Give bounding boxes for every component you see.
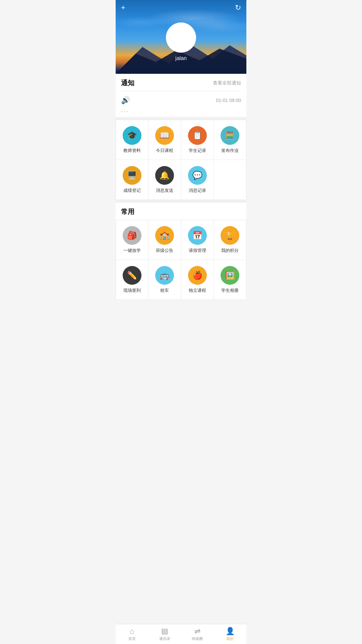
notification-title: 通知 [121,78,134,88]
today-course-label: 今日课程 [156,148,173,154]
grid-item-teacher-profile[interactable]: 🎓教师资料 [116,120,148,160]
grid-item-grade-entry[interactable]: 🖥️成绩登记 [116,160,148,200]
avatar[interactable] [166,22,196,53]
publish-homework-icon: 🧮 [221,126,239,145]
today-course-icon: 📖 [155,126,174,145]
message-record-icon: 💬 [188,166,207,185]
view-all-notifications[interactable]: 查看全部通知 [213,80,241,86]
grid-item-one-click-dismiss[interactable]: 🎒一键放学 [116,220,148,260]
grid-item-my-points[interactable]: 🏆我的积分 [214,220,246,260]
add-button[interactable]: + [121,4,125,11]
grid-item-on-site-checkin[interactable]: ✏️现场签到 [116,260,148,300]
my-points-icon: 🏆 [221,226,239,245]
student-record-icon: 📋 [188,126,207,145]
grid-item-send-message[interactable]: 🔔消息发送 [148,160,181,200]
leave-management-label: 请假管理 [189,248,206,254]
notification-header: 通知 查看全部通知 [121,74,241,91]
student-album-label: 学生相册 [221,287,239,293]
notification-section: 通知 查看全部通知 🔊 01-01 08:00 ... [116,74,246,117]
divider-1 [116,117,246,120]
divider-2 [116,200,246,203]
grid-item-message-record[interactable]: 💬消息记录 [181,160,214,200]
grid-item-publish-homework[interactable]: 🧮发布作业 [214,120,246,160]
on-site-checkin-label: 现场签到 [123,287,141,293]
my-points-label: 我的积分 [221,248,239,254]
grid-item-leave-management[interactable]: 📅请假管理 [181,220,214,260]
grid-item-empty [214,160,246,200]
independent-course-label: 独立课程 [189,287,206,293]
grid-item-student-album[interactable]: 🖼️学生相册 [214,260,246,300]
send-message-icon: 🔔 [155,166,174,185]
common-grid: 🎒一键放学🏫班级公告📅请假管理🏆我的积分✏️现场签到🚌校车🍎独立课程🖼️学生相册 [116,220,246,300]
on-site-checkin-icon: ✏️ [123,266,141,285]
common-section-title: 常用 [121,208,134,215]
refresh-button[interactable]: ↻ [235,4,241,11]
send-message-label: 消息发送 [156,187,173,194]
school-bus-icon: 🚌 [155,266,174,285]
publish-homework-label: 发布作业 [221,148,239,154]
username: jalan [175,55,187,61]
banner-top-bar: + ↻ [116,4,246,11]
sound-icon: 🔊 [121,96,130,105]
grid-item-school-bus[interactable]: 🚌校车 [148,260,181,300]
notification-dots: ... [121,107,241,114]
profile-banner: + ↻ jalan [116,0,246,74]
grid-item-today-course[interactable]: 📖今日课程 [148,120,181,160]
school-bus-label: 校车 [160,287,169,293]
leave-management-icon: 📅 [188,226,207,245]
grid-item-independent-course[interactable]: 🍎独立课程 [181,260,214,300]
grid-item-class-announcement[interactable]: 🏫班级公告 [148,220,181,260]
grade-entry-icon: 🖥️ [123,166,141,185]
main-grid: 🎓教师资料📖今日课程📋学生记录🧮发布作业🖥️成绩登记🔔消息发送💬消息记录 [116,120,246,200]
common-section-header: 常用 [116,203,246,220]
teacher-profile-icon: 🎓 [123,126,141,145]
class-announcement-icon: 🏫 [155,226,174,245]
one-click-dismiss-icon: 🎒 [123,226,141,245]
one-click-dismiss-label: 一键放学 [123,248,141,254]
student-album-icon: 🖼️ [221,266,239,285]
notification-time: 01-01 08:00 [216,98,241,103]
student-record-label: 学生记录 [189,148,206,154]
grade-entry-label: 成绩登记 [123,187,141,194]
teacher-profile-label: 教师资料 [123,148,141,154]
notification-item[interactable]: 🔊 01-01 08:00 ... [121,91,241,117]
grid-item-student-record[interactable]: 📋学生记录 [181,120,214,160]
independent-course-icon: 🍎 [188,266,207,285]
class-announcement-label: 班级公告 [156,248,173,254]
message-record-label: 消息记录 [189,187,206,194]
